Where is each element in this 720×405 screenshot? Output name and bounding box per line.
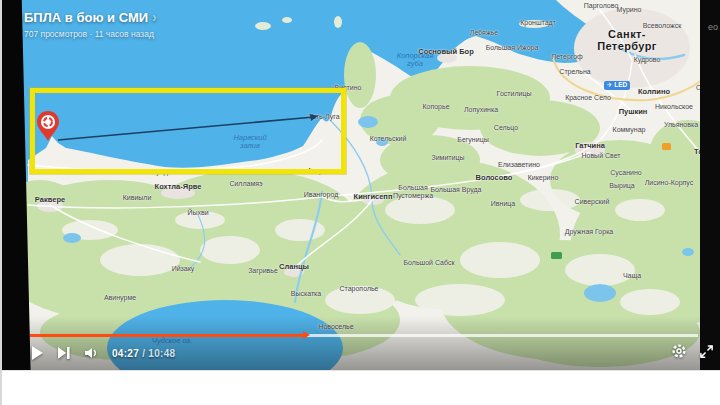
plane-icon: ✈ xyxy=(607,81,612,88)
map-label: Коммунар xyxy=(613,126,646,134)
map-label: Гостилицы xyxy=(497,90,532,98)
map-label: Ивница xyxy=(491,200,515,208)
map-label: Ивангород xyxy=(304,191,338,199)
map-label: Гатчина xyxy=(575,142,605,150)
video-player[interactable]: Санкт-ПетербургПарголовоМуриноВсеволожск… xyxy=(0,0,720,370)
map-label: Новый Свет xyxy=(581,152,620,160)
map-label: Никольское xyxy=(655,103,693,111)
map-label: Дружная Горка xyxy=(565,228,614,236)
map-label: Чаща xyxy=(623,272,641,280)
map-label: Ийзаку xyxy=(172,265,195,273)
video-meta: 707 просмотров · 11 часов назад xyxy=(24,29,157,39)
page-edge xyxy=(0,0,2,405)
map-label: Большая Вруда xyxy=(430,186,481,194)
settings-gear-icon[interactable] xyxy=(671,343,687,359)
map-label: Копорье xyxy=(422,103,449,111)
map-label: Большая Пустомержа xyxy=(393,184,433,199)
map-labels: Санкт-ПетербургПарголовоМуриноВсеволожск… xyxy=(0,0,720,370)
map-label: Сосновый Бор xyxy=(418,48,473,56)
map-label: Силламяэ xyxy=(229,180,262,188)
map-label: Красное Село xyxy=(565,94,611,102)
map-label: Кронштадт xyxy=(520,19,556,27)
play-button[interactable] xyxy=(30,345,44,361)
map-label: Всеволожск xyxy=(643,22,682,30)
airport-badge-led: ✈ LED xyxy=(604,81,630,90)
map-label: Лисино-Корпус xyxy=(645,179,694,187)
volume-button[interactable] xyxy=(84,345,99,361)
map-label: Большая Ижора xyxy=(486,44,539,52)
video-title[interactable]: БПЛА в бою и СМИ xyxy=(24,10,148,25)
map-label: Кивиыли xyxy=(123,194,152,202)
map-label: Йыхви xyxy=(187,209,208,217)
map-label: Кудрово xyxy=(634,56,661,64)
map-label: Большой Сабск xyxy=(404,259,455,267)
edge-text: ео xyxy=(708,22,718,32)
map-label: Санкт-Петербург xyxy=(581,28,674,52)
map-label: Зимитицы xyxy=(431,154,464,162)
map-label: Ульяновка xyxy=(664,121,698,129)
map-label: Мурино xyxy=(617,6,642,14)
playhead[interactable] xyxy=(303,331,310,339)
map-label: Кохтла-Ярве xyxy=(155,183,202,191)
map-label: Котельский xyxy=(370,135,407,143)
progress-bar[interactable] xyxy=(30,334,698,337)
map-label: Сусанино xyxy=(610,169,641,177)
map-label: Бегуницы xyxy=(457,136,488,144)
right-black-bar xyxy=(700,0,720,370)
highlight-rectangle xyxy=(30,88,346,174)
map-label: Стрельна xyxy=(559,68,590,76)
map-label: Авинурме xyxy=(104,294,136,302)
map-label: Вырица xyxy=(609,182,634,190)
map-label: Лебяжье xyxy=(470,29,498,37)
map-label: Старополье xyxy=(339,285,378,293)
next-button[interactable] xyxy=(57,345,71,361)
map-label: Копорская губа xyxy=(397,52,434,69)
map-label: Елизаветино xyxy=(498,161,540,169)
map-label: Лопухинка xyxy=(464,106,498,114)
map-label: Кингисепп xyxy=(354,193,393,201)
time-display: 04:27 / 10:48 xyxy=(112,348,175,359)
progress-fill xyxy=(30,334,304,337)
map-label: Волосово xyxy=(476,174,513,182)
fullscreen-icon[interactable] xyxy=(699,344,714,359)
map-label: Выскатка xyxy=(291,290,321,298)
map-label: Колпино xyxy=(638,88,670,96)
map-label: Сиверский xyxy=(575,198,610,206)
chevron-right-icon[interactable]: › xyxy=(152,9,157,25)
map-label: Кикерино xyxy=(528,174,559,182)
map-label: Пушкин xyxy=(619,108,648,116)
map-label: Раквере xyxy=(35,196,65,204)
map-label: Сельцо xyxy=(494,124,518,132)
map-label: Загривье xyxy=(248,267,278,275)
info-bar: Михаил Онуфриенко Mikle1 143,5 тыс подпи… xyxy=(0,370,720,405)
map-label: Парголово xyxy=(584,2,619,10)
map-label: Петергоф xyxy=(551,53,583,61)
map-label: Сланцы xyxy=(279,263,309,271)
